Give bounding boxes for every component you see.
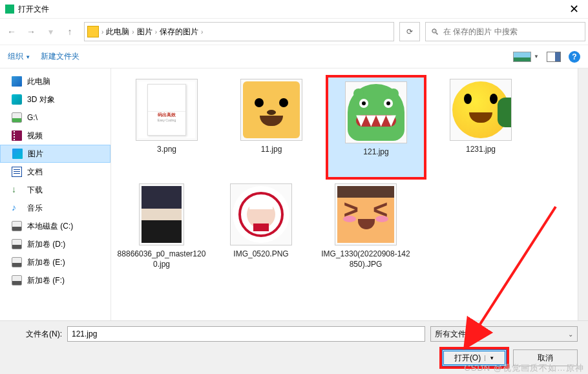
toolbar: 组织 ▼ 新建文件夹 ▼ ? — [0, 45, 588, 68]
sidebar-item-this-pc[interactable]: 此电脑 — [0, 72, 110, 90]
sidebar-item-label: 新加卷 (D:) — [27, 239, 65, 250]
main-area: 此电脑 3D 对象 G:\ 视频 图片 文档 下载 音乐 本地磁盘 (C:) 新… — [0, 68, 588, 320]
sidebar-item-label: 文档 — [27, 167, 43, 178]
file-name: 88866036_p0_master1200.jpg — [116, 249, 207, 269]
sidebar-item-label: 此电脑 — [27, 76, 50, 87]
chevron-right-icon: › — [201, 28, 203, 36]
search-input[interactable]: 🔍︎ 在 保存的图片 中搜索 — [425, 22, 585, 41]
nav-recent-dropdown[interactable]: ▾ — [41, 23, 59, 41]
sidebar-item-label: 本地磁盘 (C:) — [27, 221, 73, 232]
organize-menu[interactable]: 组织 ▼ — [8, 51, 30, 62]
sidebar-item-drive-d[interactable]: 新加卷 (D:) — [0, 235, 110, 253]
thumbnail: 码出高效Easy Coding — [136, 79, 198, 141]
thumbnail — [345, 81, 407, 143]
sidebar-item-drive-c[interactable]: 本地磁盘 (C:) — [0, 217, 110, 235]
file-item[interactable]: 11.jpg — [221, 75, 322, 180]
breadcrumb-segment[interactable]: 图片 — [137, 26, 152, 37]
thumbnail — [240, 79, 302, 141]
file-name: 11.jpg — [261, 145, 282, 155]
download-icon — [12, 185, 22, 195]
window-title: 打开文件 — [18, 4, 49, 15]
pc-icon — [12, 76, 22, 87]
help-button[interactable]: ? — [569, 51, 580, 63]
file-grid: 码出高效Easy Coding 3.png 11.jpg 121.jpg 123… — [111, 68, 578, 320]
hdd-icon — [12, 239, 22, 249]
sidebar-item-drive-g[interactable]: G:\ — [0, 109, 110, 127]
thumbnail: > < — [335, 183, 397, 245]
sidebar-item-drive-e[interactable]: 新加卷 (E:) — [0, 253, 110, 271]
sidebar-item-documents[interactable]: 文档 — [0, 163, 110, 181]
filename-label: 文件名(N): — [10, 329, 62, 340]
preview-pane-button[interactable] — [547, 52, 561, 62]
sidebar-item-label: 新加卷 (F:) — [27, 275, 65, 286]
sidebar-item-pictures[interactable]: 图片 — [0, 145, 110, 163]
breadcrumb-segment[interactable]: 此电脑 — [106, 26, 129, 37]
chevron-down-icon: ▼ — [485, 355, 494, 361]
chevron-down-icon: ⌄ — [568, 331, 573, 338]
thumbnail — [230, 183, 292, 245]
hdd-icon — [12, 275, 22, 286]
breadcrumb-segment[interactable]: 保存的图片 — [160, 26, 198, 37]
documents-icon — [12, 167, 22, 177]
sidebar-item-drive-f[interactable]: 新加卷 (F:) — [0, 271, 110, 289]
sidebar-item-label: 音乐 — [27, 203, 43, 214]
file-name: IMG_1330(20220908-142850).JPG — [320, 249, 411, 269]
new-folder-button[interactable]: 新建文件夹 — [41, 51, 79, 62]
nav-back-button[interactable]: ← — [3, 23, 21, 41]
drive-icon — [12, 112, 22, 123]
file-name: 1231.jpg — [466, 145, 496, 155]
sidebar-item-label: G:\ — [27, 113, 37, 122]
filename-input[interactable] — [67, 326, 425, 342]
search-icon: 🔍︎ — [431, 27, 439, 37]
scrollbar[interactable] — [578, 68, 588, 320]
file-name: 3.png — [157, 145, 176, 155]
file-name: 121.jpg — [363, 147, 388, 158]
chevron-right-icon: › — [132, 28, 134, 36]
navbar: ← → ▾ ↑ › 此电脑 › 图片 › 保存的图片 › ⟳ 🔍︎ 在 保存的图… — [0, 18, 588, 45]
file-item-selected[interactable]: 121.jpg — [326, 75, 426, 180]
3d-icon — [12, 94, 22, 105]
chevron-down-icon: ▼ — [25, 54, 30, 60]
folder-icon — [87, 26, 99, 37]
sidebar-item-3d-objects[interactable]: 3D 对象 — [0, 90, 110, 109]
search-placeholder: 在 保存的图片 中搜索 — [443, 26, 518, 37]
hdd-icon — [12, 221, 22, 231]
app-icon — [5, 5, 14, 14]
sidebar-item-music[interactable]: 音乐 — [0, 199, 110, 217]
sidebar-item-videos[interactable]: 视频 — [0, 127, 110, 145]
sidebar-item-label: 视频 — [27, 130, 43, 141]
sidebar-item-label: 新加卷 (E:) — [27, 257, 65, 268]
file-item[interactable]: 码出高效Easy Coding 3.png — [116, 75, 217, 180]
breadcrumb[interactable]: › 此电脑 › 图片 › 保存的图片 › — [84, 22, 394, 41]
sidebar-item-label: 图片 — [28, 149, 43, 160]
pictures-icon — [12, 149, 23, 159]
video-icon — [12, 130, 22, 141]
file-item[interactable]: > < IMG_1330(20220908-142850).JPG — [315, 180, 416, 284]
picture-icon — [513, 52, 531, 62]
chevron-right-icon: › — [101, 28, 103, 36]
thumbnail — [139, 183, 184, 245]
sidebar-item-label: 3D 对象 — [27, 94, 55, 105]
watermark: CSDN @视觉画质不如…原神 — [464, 362, 584, 374]
file-name: IMG_0520.PNG — [233, 249, 288, 260]
sidebar-item-label: 下载 — [27, 185, 43, 196]
sidebar-item-downloads[interactable]: 下载 — [0, 181, 110, 199]
thumbnail — [450, 79, 512, 141]
file-item[interactable]: IMG_0520.PNG — [211, 180, 311, 284]
titlebar: 打开文件 ✕ — [0, 0, 588, 18]
file-item[interactable]: 1231.jpg — [430, 75, 531, 180]
chevron-right-icon: › — [155, 28, 157, 36]
filetype-select[interactable]: 所有文件 (*) ⌄ — [430, 326, 578, 342]
close-button[interactable]: ✕ — [565, 2, 583, 16]
hdd-icon — [12, 257, 22, 267]
refresh-icon: ⟳ — [406, 27, 413, 36]
refresh-button[interactable]: ⟳ — [399, 22, 420, 41]
nav-forward-button[interactable]: → — [22, 23, 40, 41]
chevron-down-icon: ▼ — [534, 54, 539, 59]
sidebar: 此电脑 3D 对象 G:\ 视频 图片 文档 下载 音乐 本地磁盘 (C:) 新… — [0, 68, 111, 320]
view-menu[interactable]: ▼ — [513, 52, 539, 62]
music-icon — [12, 203, 22, 213]
filetype-value: 所有文件 (*) — [435, 329, 476, 340]
file-item[interactable]: 88866036_p0_master1200.jpg — [116, 180, 207, 284]
nav-up-button[interactable]: ↑ — [61, 23, 79, 41]
